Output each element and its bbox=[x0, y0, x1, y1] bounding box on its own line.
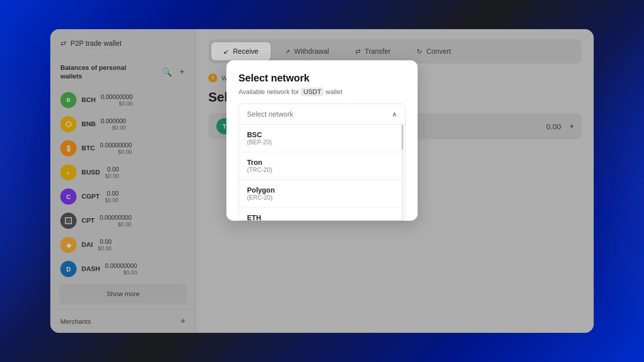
network-dropdown-placeholder: Select network bbox=[247, 110, 293, 118]
modal-subtitle: Available network for USDT wallet bbox=[238, 88, 406, 96]
chevron-up-icon: ∧ bbox=[392, 110, 397, 118]
network-list: BSC (BEP-20) Tron (TRC-20) Polygon (ERC-… bbox=[239, 125, 405, 220]
network-item-eth[interactable]: ETH (ERC-20) bbox=[239, 208, 405, 220]
network-modal: Select network Available network for USD… bbox=[226, 60, 418, 221]
scrollbar-track bbox=[401, 125, 404, 220]
scrollbar-thumb bbox=[401, 125, 404, 150]
subtitle-suffix: wallet bbox=[324, 88, 342, 96]
subtitle-token: USDT bbox=[301, 87, 324, 96]
modal-title: Select network bbox=[238, 72, 406, 84]
network-item-bsc[interactable]: BSC (BEP-20) bbox=[239, 125, 405, 152]
network-dropdown: Select network ∧ BSC (BEP-20) Tron (TRC-… bbox=[238, 104, 406, 221]
network-item-tron[interactable]: Tron (TRC-20) bbox=[239, 152, 405, 180]
network-dropdown-header[interactable]: Select network ∧ bbox=[239, 104, 405, 125]
network-item-polygon[interactable]: Polygon (ERC-20) bbox=[239, 180, 405, 208]
subtitle-prefix: Available network for bbox=[238, 88, 301, 96]
modal-overlay: Select network Available network for USD… bbox=[0, 0, 644, 362]
